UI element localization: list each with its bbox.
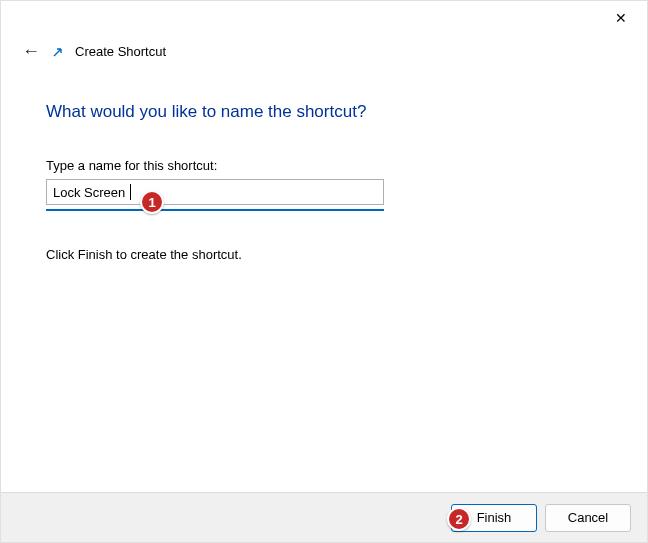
shortcut-name-input-wrapper — [46, 179, 384, 205]
annotation-badge-2: 2 — [447, 507, 471, 531]
shortcut-name-label: Type a name for this shortcut: — [46, 158, 602, 173]
wizard-content: What would you like to name the shortcut… — [1, 62, 647, 262]
wizard-title: Create Shortcut — [75, 44, 166, 59]
text-caret — [130, 184, 131, 200]
close-button[interactable]: ✕ — [603, 4, 639, 32]
titlebar: ✕ — [1, 1, 647, 35]
annotation-badge-1: 1 — [140, 190, 164, 214]
shortcut-arrow-icon — [51, 45, 65, 59]
close-icon: ✕ — [615, 10, 627, 26]
wizard-footer: Finish Cancel — [1, 492, 647, 542]
page-heading: What would you like to name the shortcut… — [46, 102, 602, 122]
cancel-button[interactable]: Cancel — [545, 504, 631, 532]
wizard-header: ← Create Shortcut — [1, 35, 647, 62]
back-arrow-icon[interactable]: ← — [21, 41, 41, 62]
helper-text: Click Finish to create the shortcut. — [46, 247, 602, 262]
input-focus-underline — [46, 209, 384, 211]
shortcut-name-input[interactable] — [46, 179, 384, 205]
